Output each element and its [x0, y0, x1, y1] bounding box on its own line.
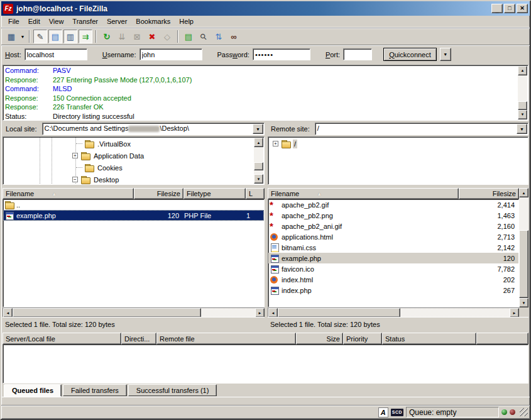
- port-input[interactable]: [343, 48, 372, 60]
- process-queue-icon[interactable]: ⇊: [115, 30, 129, 43]
- tab-successful-transfers[interactable]: Successful transfers (1): [128, 384, 217, 396]
- column-header-filename[interactable]: Filename▲: [3, 188, 134, 199]
- menu-file[interactable]: File: [4, 16, 24, 26]
- tree-item-virtualbox[interactable]: .VirtualBox: [4, 138, 263, 150]
- column-header-filetype[interactable]: Filetype: [183, 188, 246, 199]
- queue-body[interactable]: [3, 345, 528, 384]
- refresh-icon[interactable]: ↻: [100, 30, 114, 43]
- toggle-local-tree-icon[interactable]: ▤: [48, 30, 62, 43]
- remote-vertical-scrollbar[interactable]: ▲ ▼: [519, 188, 528, 307]
- column-header-filename[interactable]: Filename▲: [268, 188, 459, 199]
- menu-edit[interactable]: Edit: [24, 16, 45, 26]
- toggle-message-log-icon[interactable]: ✎: [33, 30, 47, 43]
- log-line: Response:226 Transfer OK: [5, 102, 517, 112]
- host-input[interactable]: [25, 48, 87, 60]
- tree-item-application-data[interactable]: + Application Data: [4, 150, 263, 162]
- expand-plus-icon[interactable]: +: [72, 153, 78, 158]
- column-header-size[interactable]: Size: [296, 333, 343, 345]
- scrollbar-thumb[interactable]: [13, 308, 201, 318]
- log-scrollbar[interactable]: ▲ ▼: [518, 66, 527, 119]
- cancel-operation-icon[interactable]: ⊠: [130, 30, 144, 43]
- transfer-type-ascii-icon[interactable]: A: [378, 407, 388, 417]
- disconnect-icon[interactable]: ✖: [145, 30, 159, 43]
- scrollbar-thumb[interactable]: [518, 101, 527, 110]
- password-input[interactable]: [253, 48, 310, 60]
- menu-bookmarks[interactable]: Bookmarks: [131, 16, 175, 26]
- quickconnect-dropdown-icon[interactable]: ▼: [440, 48, 451, 61]
- scroll-down-icon[interactable]: ▼: [519, 298, 528, 307]
- resize-grip[interactable]: [520, 408, 528, 416]
- expand-plus-icon[interactable]: +: [273, 141, 278, 146]
- scrollbar-thumb[interactable]: [254, 162, 263, 170]
- scroll-down-icon[interactable]: ▼: [518, 110, 527, 119]
- local-horizontal-scrollbar[interactable]: ◄ ►: [3, 307, 265, 317]
- scroll-down-icon[interactable]: ▼: [254, 174, 263, 184]
- local-site-combobox[interactable]: C:\Documents and Settings\Desktop\ ▼: [42, 123, 265, 135]
- tree-connector: [76, 143, 82, 144]
- file-row[interactable]: *apache_pb2.gif2,414: [268, 199, 518, 210]
- tab-queued-files[interactable]: Queued files: [4, 384, 62, 397]
- menu-transfer[interactable]: Transfer: [68, 16, 102, 26]
- scroll-right-icon[interactable]: ►: [255, 308, 265, 318]
- toggle-transfer-queue-icon[interactable]: ⇉: [79, 30, 92, 43]
- column-header-direction[interactable]: Directi...: [121, 333, 156, 345]
- file-row-example-php[interactable]: example.php 120 PHP File 1: [3, 210, 264, 221]
- file-row[interactable]: *apache_pb2_ani.gif2,160: [268, 221, 518, 231]
- site-manager-dropdown-icon[interactable]: ▼: [19, 30, 26, 43]
- filezilla-app-icon[interactable]: Fz: [3, 4, 13, 14]
- tab-failed-transfers[interactable]: Failed transfers: [63, 384, 127, 396]
- tree-item-root[interactable]: + /: [269, 138, 527, 150]
- scroll-up-icon[interactable]: ▲: [254, 138, 263, 147]
- scroll-right-icon[interactable]: ►: [510, 308, 519, 318]
- find-files-icon[interactable]: ∞: [227, 30, 241, 43]
- username-input[interactable]: [140, 48, 202, 60]
- file-row[interactable]: index.php267: [268, 285, 518, 296]
- scroll-left-icon[interactable]: ◄: [268, 308, 278, 318]
- filter-icon[interactable]: ▤: [182, 30, 195, 43]
- file-row[interactable]: index.html202: [268, 274, 518, 285]
- reconnect-icon[interactable]: ◇: [160, 30, 174, 43]
- remote-file-list: Filename▲ Filesize *apache_pb2.gif2,414 …: [268, 188, 528, 317]
- file-row-example-php[interactable]: example.php120: [268, 253, 518, 263]
- file-row-parent-dir[interactable]: ..: [3, 199, 264, 210]
- toggle-remote-tree-icon[interactable]: ▥: [63, 30, 77, 43]
- column-header-server-local-file[interactable]: Server/Local file: [3, 333, 121, 345]
- file-row[interactable]: favicon.ico7,782: [268, 263, 518, 274]
- menu-help[interactable]: Help: [175, 16, 198, 26]
- css-file-icon: [270, 243, 280, 252]
- minimize-button[interactable]: _: [491, 4, 503, 13]
- local-list-body: .. example.php 120 PHP File 1: [3, 199, 265, 307]
- scrollbar-thumb[interactable]: [278, 308, 400, 318]
- close-button[interactable]: ✕: [517, 4, 528, 13]
- local-tree-scrollbar[interactable]: ▲ ▼: [254, 138, 263, 184]
- tree-item-desktop[interactable]: − Desktop: [4, 174, 263, 185]
- remote-horizontal-scrollbar[interactable]: ◄ ►: [268, 307, 519, 317]
- scroll-left-icon[interactable]: ◄: [3, 308, 13, 318]
- local-path: C:\Documents and Settings\Desktop\: [43, 123, 252, 135]
- file-row[interactable]: bitnami.css2,142: [268, 242, 518, 253]
- collapse-minus-icon[interactable]: −: [72, 177, 78, 182]
- file-row[interactable]: applications.html2,713: [268, 231, 518, 242]
- column-header-filesize[interactable]: Filesize: [134, 188, 183, 199]
- column-header-status[interactable]: Status: [382, 333, 476, 345]
- column-header-remote-file[interactable]: Remote file: [156, 333, 296, 345]
- scroll-up-icon[interactable]: ▲: [518, 66, 527, 75]
- column-header-priority[interactable]: Priority: [343, 333, 382, 345]
- column-header-filesize[interactable]: Filesize: [459, 188, 519, 199]
- directory-comparison-icon[interactable]: ⚲: [197, 30, 211, 43]
- chevron-down-icon[interactable]: ▼: [517, 124, 527, 134]
- quickconnect-button[interactable]: Quickconnect: [383, 48, 437, 61]
- tree-item-cookies[interactable]: Cookies: [4, 162, 263, 174]
- remote-site-combobox[interactable]: / ▼: [315, 123, 528, 135]
- column-header-last-modified[interactable]: L: [246, 188, 265, 199]
- scrollbar-thumb[interactable]: [519, 230, 528, 298]
- scd-badge-icon: SCD: [391, 409, 403, 416]
- chevron-down-icon[interactable]: ▼: [253, 124, 263, 134]
- menu-view[interactable]: View: [45, 16, 68, 26]
- file-row[interactable]: *apache_pb2.png1,463: [268, 210, 518, 221]
- synchronized-browsing-icon[interactable]: ⇅: [212, 30, 226, 43]
- site-manager-icon[interactable]: ▦: [4, 30, 18, 43]
- menu-server[interactable]: Server: [102, 16, 131, 26]
- maximize-button[interactable]: □: [504, 4, 515, 13]
- scroll-up-icon[interactable]: ▲: [519, 188, 528, 197]
